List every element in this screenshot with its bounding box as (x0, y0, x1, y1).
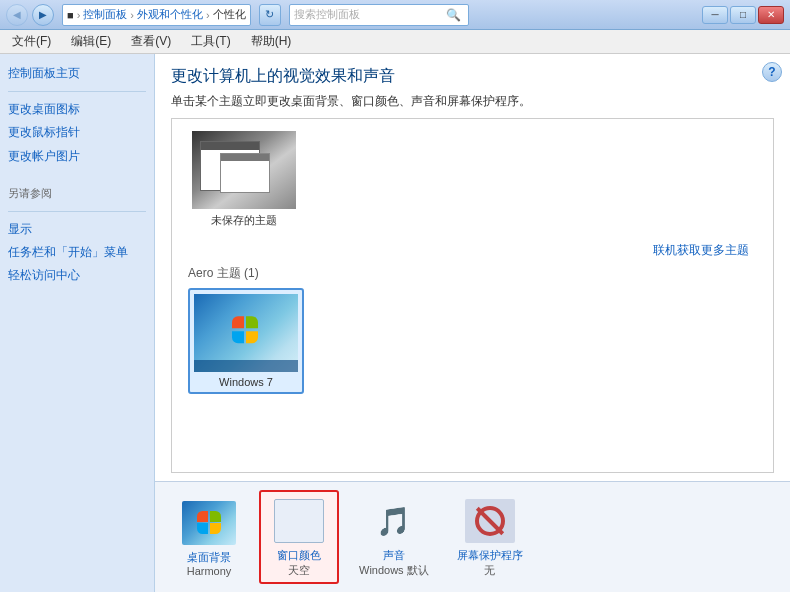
window-color-item[interactable]: 窗口颜色 天空 (259, 490, 339, 584)
desktop-background-sublabel: Harmony (187, 565, 232, 577)
sound-label[interactable]: 声音 (383, 548, 405, 563)
sidebar-link-mouse[interactable]: 更改鼠标指针 (8, 123, 146, 142)
screensaver-item[interactable]: 屏幕保护程序 无 (449, 492, 531, 582)
address-part3: 个性化 (213, 7, 246, 22)
menu-view[interactable]: 查看(V) (125, 31, 177, 52)
sound-icon-area: 🎵 (364, 496, 424, 546)
sidebar-section-title: 另请参阅 (8, 186, 146, 201)
address-sep3: › (206, 9, 210, 21)
window-color-label[interactable]: 窗口颜色 (277, 548, 321, 563)
refresh-button[interactable]: ↻ (259, 4, 281, 26)
win-logo-q1 (232, 316, 244, 328)
win7-theme-preview (194, 294, 298, 372)
content-title: 更改计算机上的视觉效果和声音 (171, 66, 774, 87)
address-bar[interactable]: ■ › 控制面板 › 外观和个性化 › 个性化 (62, 4, 251, 26)
help-button[interactable]: ? (762, 62, 782, 82)
desktop-background-icon-area (179, 498, 239, 548)
menu-edit[interactable]: 编辑(E) (65, 31, 117, 52)
no-sign-icon (475, 506, 505, 536)
search-placeholder-text: 搜索控制面板 (294, 7, 444, 22)
title-bar: ◀ ▶ ■ › 控制面板 › 外观和个性化 › 个性化 ↻ 搜索控制面板 🔍 ─… (0, 0, 790, 30)
sidebar-link-desktop-icons[interactable]: 更改桌面图标 (8, 100, 146, 119)
main-layout: 控制面板主页 更改桌面图标 更改鼠标指针 更改帐户图片 另请参阅 显示 任务栏和… (0, 54, 790, 592)
window-color-icon-area (269, 496, 329, 546)
sidebar-divider-1 (8, 91, 146, 92)
sidebar: 控制面板主页 更改桌面图标 更改鼠标指针 更改帐户图片 另请参阅 显示 任务栏和… (0, 54, 155, 592)
title-bar-controls: ─ □ ✕ (702, 6, 784, 24)
sidebar-link-home[interactable]: 控制面板主页 (8, 64, 146, 83)
desktop-background-icon (182, 501, 236, 545)
content-subtitle: 单击某个主题立即更改桌面背景、窗口颜色、声音和屏幕保护程序。 (171, 93, 774, 110)
minimize-button[interactable]: ─ (702, 6, 728, 24)
sidebar-link-taskbar[interactable]: 任务栏和「开始」菜单 (8, 243, 146, 262)
unsaved-window-2 (220, 153, 270, 193)
sound-icon: 🎵 (376, 505, 411, 538)
screensaver-sublabel: 无 (484, 563, 495, 578)
menu-tools[interactable]: 工具(T) (185, 31, 236, 52)
address-part1[interactable]: 控制面板 (83, 7, 127, 22)
win-logo-q2 (246, 316, 258, 328)
address-sep1: › (77, 9, 81, 21)
sidebar-divider-2 (8, 211, 146, 212)
maximize-button[interactable]: □ (730, 6, 756, 24)
window-color-sublabel: 天空 (288, 563, 310, 578)
menu-bar: 文件(F) 编辑(E) 查看(V) 工具(T) 帮助(H) (0, 30, 790, 54)
search-bar[interactable]: 搜索控制面板 🔍 (289, 4, 469, 26)
screensaver-icon (465, 499, 515, 543)
forward-button[interactable]: ▶ (32, 4, 54, 26)
aero-themes-grid: Windows 7 (188, 288, 757, 394)
window-color-icon (274, 499, 324, 543)
menu-file[interactable]: 文件(F) (6, 31, 57, 52)
close-button[interactable]: ✕ (758, 6, 784, 24)
sound-sublabel: Windows 默认 (359, 563, 429, 578)
win7-taskbar (194, 360, 298, 372)
bottom-bar: 桌面背景 Harmony 窗口颜色 天空 🎵 声音 Windows 默认 (155, 481, 790, 592)
content-area: ? 更改计算机上的视觉效果和声音 单击某个主题立即更改桌面背景、窗口颜色、声音和… (155, 54, 790, 592)
unsaved-theme-preview (192, 131, 296, 209)
screensaver-label[interactable]: 屏幕保护程序 (457, 548, 523, 563)
address-part2[interactable]: 外观和个性化 (137, 7, 203, 22)
content-header: 更改计算机上的视觉效果和声音 单击某个主题立即更改桌面背景、窗口颜色、声音和屏幕… (155, 54, 790, 118)
desktop-background-label[interactable]: 桌面背景 (187, 550, 231, 565)
address-root: ■ (67, 9, 74, 21)
unsaved-theme-item[interactable]: 未保存的主题 (188, 127, 300, 232)
screensaver-icon-area (460, 496, 520, 546)
title-bar-left: ◀ ▶ ■ › 控制面板 › 外观和个性化 › 个性化 ↻ 搜索控制面板 🔍 (6, 4, 469, 26)
menu-help[interactable]: 帮助(H) (245, 31, 298, 52)
sidebar-link-account-pic[interactable]: 更改帐户图片 (8, 147, 146, 166)
win-logo-q4 (246, 331, 258, 343)
aero-section-label: Aero 主题 (1) (188, 265, 757, 282)
search-icon[interactable]: 🔍 (444, 5, 464, 25)
desktop-background-item[interactable]: 桌面背景 Harmony (171, 494, 247, 581)
unsaved-themes-grid: 未保存的主题 (188, 127, 757, 232)
unsaved-window-2-header (221, 154, 269, 161)
get-more-themes-link[interactable]: 联机获取更多主题 (653, 243, 749, 257)
win7-theme-name: Windows 7 (219, 376, 273, 388)
win-logo-q3 (232, 331, 244, 343)
unsaved-window-1-header (201, 142, 259, 150)
address-sep2: › (130, 9, 134, 21)
sidebar-link-display[interactable]: 显示 (8, 220, 146, 239)
themes-scroll-area[interactable]: 未保存的主题 联机获取更多主题 Aero 主题 (1) (171, 118, 774, 473)
win7-theme-item[interactable]: Windows 7 (188, 288, 304, 394)
unsaved-theme-name: 未保存的主题 (211, 213, 277, 228)
back-button[interactable]: ◀ (6, 4, 28, 26)
sidebar-link-accessibility[interactable]: 轻松访问中心 (8, 266, 146, 285)
win7-logo (232, 316, 260, 344)
sound-item[interactable]: 🎵 声音 Windows 默认 (351, 492, 437, 582)
